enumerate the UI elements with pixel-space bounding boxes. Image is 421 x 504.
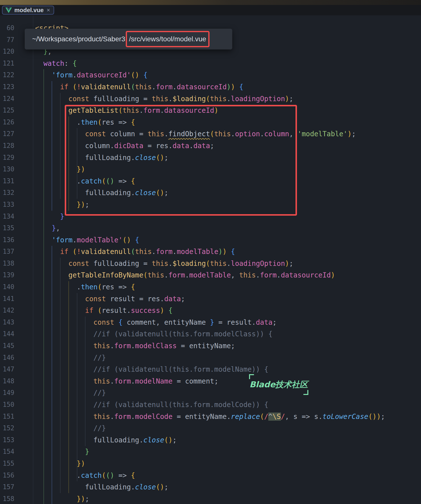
code-line: 145 this.form.modelClass = entityName; <box>0 340 385 352</box>
code-line: 124 const fullLoading = this.$loading(th… <box>0 93 385 105</box>
code-editor[interactable]: 60<script>77120 },121 watch: {122 'form.… <box>0 15 421 504</box>
code-line: 141 const result = res.data; <box>0 293 385 305</box>
line-number: 136 <box>0 234 14 246</box>
line-number: 132 <box>0 187 14 199</box>
line-number: 77 <box>0 34 14 46</box>
line-number: 127 <box>0 128 14 140</box>
line-number: 157 <box>0 481 14 493</box>
line-number: 141 <box>0 293 14 305</box>
code-line: 150 //if (validatenull(this.form.modelCo… <box>0 399 385 411</box>
code-highlight-annotation <box>65 105 297 216</box>
line-number: 129 <box>0 152 14 164</box>
line-number: 149 <box>0 387 14 399</box>
line-number: 125 <box>0 105 14 116</box>
line-number: 142 <box>0 305 14 317</box>
titlebar <box>0 0 421 5</box>
line-number: 147 <box>0 364 14 375</box>
code-line: 122 'form.datasourceId'() { <box>0 69 385 81</box>
line-number: 150 <box>0 399 14 411</box>
code-line: 147 //if (validatenull(this.form.modelNa… <box>0 364 385 375</box>
tab-bar: model.vue × <box>0 5 421 16</box>
code-line: 142 if (result.success) { <box>0 305 385 317</box>
vue-logo-icon <box>5 7 12 13</box>
line-number: 143 <box>0 317 14 328</box>
code-line: 152 //} <box>0 422 385 434</box>
line-number: 144 <box>0 328 14 340</box>
line-number: 145 <box>0 340 14 352</box>
code-line: 136 'form.modelTable'() { <box>0 234 385 246</box>
line-number: 137 <box>0 246 14 258</box>
code-line: 139 getTableInfoByName(this.form.modelTa… <box>0 269 385 281</box>
line-number: 140 <box>0 281 14 293</box>
code-line: 144 //if (validatenull(this.form.modelCl… <box>0 328 385 340</box>
line-number: 126 <box>0 116 14 128</box>
code-line: 137 if (!validatenull(this.form.modelTab… <box>0 246 385 258</box>
line-number: 121 <box>0 58 14 69</box>
path-highlight-annotation: /src/views/tool/model.vue <box>126 31 210 47</box>
watermark: Blade技术社区 <box>249 375 308 394</box>
line-number: 146 <box>0 352 14 364</box>
line-number: 60 <box>0 22 14 34</box>
watermark-corner-icon <box>249 374 254 379</box>
code-rows: 60<script>77120 },121 watch: {122 'form.… <box>0 22 385 504</box>
code-line: 157 fullLoading.close(); <box>0 481 385 493</box>
code-line: 151 this.form.modelCode = entityName.rep… <box>0 411 385 423</box>
code-line: 155 }) <box>0 458 385 470</box>
line-number: 154 <box>0 446 14 458</box>
code-line: 138 const fullLoading = this.$loading(th… <box>0 258 385 270</box>
line-number: 151 <box>0 411 14 423</box>
path-tooltip: ~/Workspaces/product/Saber3/src/views/to… <box>25 29 232 49</box>
line-number: 123 <box>0 81 14 93</box>
tab-close-icon[interactable]: × <box>47 7 50 14</box>
line-number: 153 <box>0 434 14 446</box>
code-line: 123 if (!validatenull(this.form.datasour… <box>0 81 385 93</box>
code-line: 140 .then(res => { <box>0 281 385 293</box>
tab-model-vue[interactable]: model.vue × <box>2 6 54 15</box>
code-line: 135 }, <box>0 222 385 234</box>
line-number: 131 <box>0 175 14 187</box>
code-line: 149 //} <box>0 387 385 399</box>
code-line: 156 .catch(() => { <box>0 470 385 481</box>
code-line: 153 fullLoading.close(); <box>0 434 385 446</box>
code-line: 146 //} <box>0 352 385 364</box>
line-number: 133 <box>0 199 14 211</box>
watermark-text: Blade技术社区 <box>250 379 308 390</box>
line-number: 155 <box>0 458 14 470</box>
editor-window: model.vue × 60<script>77120 },121 watch:… <box>0 0 421 504</box>
code-line: 143 const { comment, entityName } = resu… <box>0 317 385 328</box>
line-number: 122 <box>0 69 14 81</box>
tab-title: model.vue <box>14 7 44 14</box>
line-number: 130 <box>0 163 14 175</box>
line-number: 148 <box>0 375 14 387</box>
line-number: 156 <box>0 470 14 481</box>
watermark-corner-icon <box>303 390 308 395</box>
line-number: 134 <box>0 211 14 223</box>
line-number: 128 <box>0 140 14 152</box>
line-number: 138 <box>0 258 14 270</box>
line-number: 124 <box>0 93 14 105</box>
line-number: 158 <box>0 493 14 504</box>
line-number: 139 <box>0 269 14 281</box>
path-prefix: ~/Workspaces/product/Saber3 <box>32 35 125 43</box>
line-number: 120 <box>0 46 14 58</box>
line-number: 152 <box>0 422 14 434</box>
code-line: 158 }); <box>0 493 385 504</box>
code-line: 148 this.form.modelName = comment; <box>0 375 385 387</box>
code-line: 121 watch: { <box>0 58 385 69</box>
line-number: 135 <box>0 222 14 234</box>
code-line: 154 } <box>0 446 385 458</box>
